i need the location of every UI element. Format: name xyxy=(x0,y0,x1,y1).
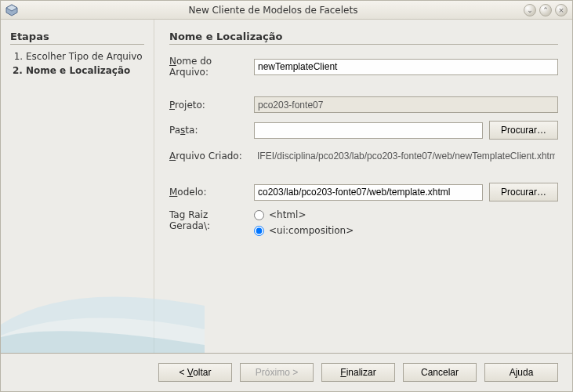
row-folder: Pasta: Procurar… xyxy=(169,121,558,140)
filename-input[interactable] xyxy=(254,59,558,75)
main-panel: Nome e Localização Nome do Arquivo: Proj… xyxy=(155,20,572,353)
divider xyxy=(10,44,144,45)
step-2: Nome e Localização xyxy=(26,65,144,76)
maximize-button[interactable]: ⌃ xyxy=(539,4,552,16)
radio-html-label: <html> xyxy=(269,209,306,220)
steps-heading: Etapas xyxy=(10,31,144,42)
minimize-button[interactable]: ⌄ xyxy=(524,4,536,16)
radio-row-html: <html> xyxy=(254,209,354,220)
panel-heading: Nome e Localização xyxy=(169,31,558,42)
window-buttons: ⌄ ⌃ × xyxy=(524,4,568,16)
finish-button[interactable]: Finalizar xyxy=(321,363,395,382)
back-button[interactable]: < Voltar xyxy=(158,363,232,382)
model-label: Modelo: xyxy=(169,187,248,198)
model-input[interactable] xyxy=(254,184,483,201)
tagroot-radio-group: <html> <ui:composition> xyxy=(254,209,354,236)
row-created: Arquivo Criado: xyxy=(169,147,558,164)
divider xyxy=(169,44,558,45)
project-label: Projeto: xyxy=(169,100,248,111)
row-filename: Nome do Arquivo: xyxy=(169,56,558,78)
titlebar: New Cliente de Modelos de Facelets ⌄ ⌃ × xyxy=(1,1,572,20)
close-button[interactable]: × xyxy=(555,4,568,16)
folder-browse-button[interactable]: Procurar… xyxy=(489,121,558,140)
steps-list: Escolher Tipo de Arquivo Nome e Localiza… xyxy=(10,51,144,76)
radio-ui-label: <ui:composition> xyxy=(269,225,354,236)
wizard-footer: < Voltar Próximo > Finalizar Cancelar Aj… xyxy=(1,353,572,391)
steps-sidebar: Etapas Escolher Tipo de Arquivo Nome e L… xyxy=(1,20,154,353)
created-label: Arquivo Criado: xyxy=(169,151,248,162)
step-1: Escolher Tipo de Arquivo xyxy=(26,51,144,62)
wizard-window: New Cliente de Modelos de Facelets ⌄ ⌃ ×… xyxy=(0,0,573,392)
model-browse-button[interactable]: Procurar… xyxy=(489,183,558,201)
row-model: Modelo: Procurar… xyxy=(169,183,558,201)
app-icon xyxy=(5,4,18,16)
tagroot-label: Tag Raiz Gerada\: xyxy=(169,209,248,231)
created-output xyxy=(254,147,558,164)
radio-row-ui: <ui:composition> xyxy=(254,225,354,236)
radio-ui-composition[interactable] xyxy=(254,226,264,236)
next-button: Próximo > xyxy=(240,363,314,382)
folder-input[interactable] xyxy=(254,122,483,139)
window-title: New Cliente de Modelos de Facelets xyxy=(23,5,524,16)
help-button[interactable]: Ajuda xyxy=(484,363,558,382)
filename-label: Nome do Arquivo: xyxy=(169,56,248,78)
cancel-button[interactable]: Cancelar xyxy=(403,363,477,382)
row-project: Projeto: xyxy=(169,96,558,113)
project-input xyxy=(254,96,558,113)
radio-html[interactable] xyxy=(254,210,264,220)
folder-label: Pasta: xyxy=(169,125,248,136)
row-tagroot: Tag Raiz Gerada\: <html> <ui:composition… xyxy=(169,209,558,236)
content-area: Etapas Escolher Tipo de Arquivo Nome e L… xyxy=(1,20,572,353)
